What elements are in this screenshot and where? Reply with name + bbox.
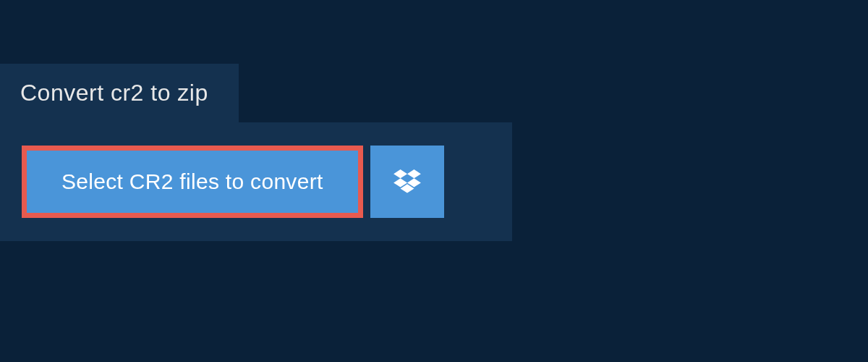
tab-bar: Convert cr2 to zip <box>0 0 868 122</box>
tab-convert[interactable]: Convert cr2 to zip <box>0 64 239 122</box>
select-files-label: Select CR2 files to convert <box>61 169 323 194</box>
dropbox-icon <box>393 169 421 194</box>
tab-title: Convert cr2 to zip <box>20 80 208 106</box>
dropbox-button[interactable] <box>370 146 444 218</box>
button-row: Select CR2 files to convert <box>22 146 490 218</box>
convert-panel: Select CR2 files to convert <box>0 122 512 241</box>
select-files-button[interactable]: Select CR2 files to convert <box>22 146 363 218</box>
